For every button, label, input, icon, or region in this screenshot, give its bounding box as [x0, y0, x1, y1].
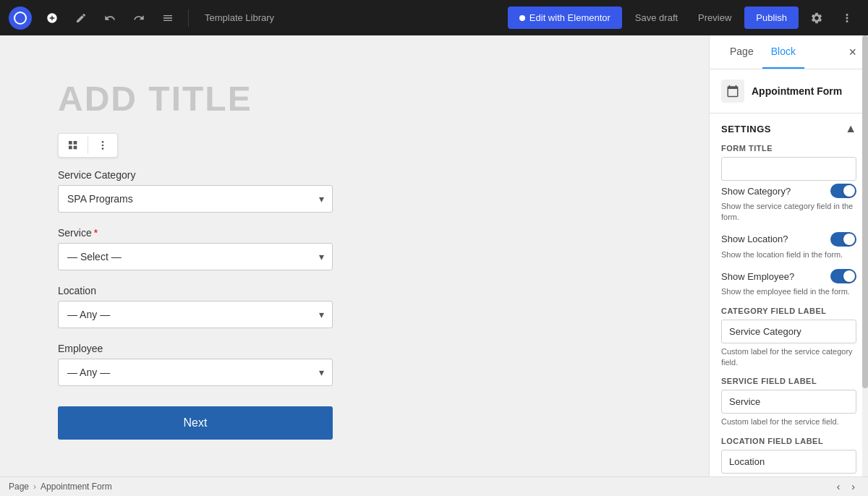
block-type-button[interactable] — [59, 134, 88, 157]
svg-point-6 — [102, 147, 104, 150]
breadcrumb-page: Page — [9, 482, 29, 492]
service-group: Service* — Select — — [58, 227, 333, 270]
service-category-label: Service Category — [58, 169, 333, 181]
service-category-select[interactable]: SPA Programs — [58, 185, 333, 213]
location-label: Location — [58, 285, 333, 296]
location-field-label-label: LOCATION FIELD LABEL — [721, 437, 856, 445]
settings-button[interactable] — [804, 7, 829, 29]
more-options-button[interactable] — [835, 7, 859, 29]
location-select-wrapper: — Any — — [58, 301, 333, 328]
appointment-form-icon — [721, 80, 744, 103]
canvas-area: ADD TITLE Service Category SPA Program — [0, 35, 709, 476]
more-tools-button[interactable] — [156, 8, 179, 28]
employee-group: Employee — Any — — [58, 343, 333, 386]
toolbar-divider-1 — [188, 9, 189, 27]
breadcrumb-block: Appointment Form — [41, 482, 112, 492]
canvas-scroll-up-button[interactable]: ‹ — [833, 479, 845, 494]
redo-button[interactable] — [127, 8, 150, 28]
show-employee-toggle-row: Show Employee? — [721, 269, 856, 283]
service-field-label-hint: Custom label for the service field. — [721, 416, 856, 427]
settings-title: Settings — [721, 124, 771, 134]
canvas-content: ADD TITLE Service Category SPA Program — [0, 35, 709, 476]
show-category-toggle[interactable] — [830, 184, 856, 198]
template-library-button[interactable]: Template Library — [197, 8, 281, 27]
show-category-hint: Show the service category field in the f… — [721, 201, 856, 223]
block-title: Appointment Form — [752, 85, 842, 97]
preview-button[interactable]: Preview — [691, 8, 739, 27]
panel-block-header: Appointment Form — [710, 69, 868, 114]
show-employee-toggle[interactable] — [830, 269, 856, 283]
breadcrumb-separator: › — [33, 482, 36, 492]
service-category-group: Service Category SPA Programs — [58, 169, 333, 213]
panel-scrollbar — [862, 35, 868, 476]
category-field-label-input[interactable] — [721, 320, 856, 343]
panel-tabs: Page Block × — [710, 35, 868, 69]
form-title-input[interactable] — [721, 157, 856, 181]
show-employee-hint: Show the employee field in the form. — [721, 286, 856, 297]
edit-elementor-button[interactable]: Edit with Elementor — [508, 7, 622, 29]
show-location-toggle-row: Show Location? — [721, 232, 856, 247]
canvas-scroll-down-button[interactable]: › — [847, 479, 859, 494]
tab-page[interactable]: Page — [721, 35, 762, 69]
svg-rect-2 — [74, 141, 77, 145]
svg-rect-3 — [74, 146, 77, 150]
edit-tool-button[interactable] — [69, 8, 93, 28]
service-field-label-label: SERVICE FIELD LABEL — [721, 377, 856, 385]
settings-header: Settings ▲ — [721, 122, 856, 135]
tab-block[interactable]: Block — [762, 35, 804, 69]
svg-rect-1 — [69, 146, 72, 150]
show-employee-label: Show Employee? — [721, 271, 794, 282]
bottom-bar-right: ‹ › — [833, 479, 859, 494]
toolbar: Template Library Edit with Elementor Sav… — [0, 0, 868, 35]
undo-button[interactable] — [98, 8, 122, 28]
location-select[interactable]: — Any — — [58, 301, 333, 328]
service-label: Service* — [58, 227, 333, 239]
show-category-toggle-row: Show Category? — [721, 184, 856, 198]
appointment-form: Service Category SPA Programs Service* —… — [58, 169, 333, 440]
svg-point-5 — [102, 145, 104, 147]
add-block-button[interactable] — [41, 8, 64, 28]
show-category-label: Show Category? — [721, 186, 791, 197]
form-title-label: FORM TITLE — [721, 144, 856, 153]
elementor-dot-icon — [519, 15, 525, 21]
service-category-select-wrapper: SPA Programs — [58, 185, 333, 213]
service-required: * — [94, 227, 98, 239]
wp-logo[interactable] — [9, 7, 32, 30]
right-panel: Page Block × Appointment Form Settings ▲… — [709, 35, 868, 476]
employee-label: Employee — [58, 343, 333, 354]
bottom-bar: Page › Appointment Form ‹ › — [0, 476, 868, 496]
location-field-label-input[interactable] — [721, 450, 856, 474]
category-field-label-hint: Custom label for the service category fi… — [721, 346, 856, 369]
toolbar-right-actions: Save draft Preview Publish — [628, 7, 859, 29]
main-area: ADD TITLE Service Category SPA Program — [0, 35, 868, 476]
wp-logo-icon — [14, 12, 27, 25]
panel-close-button[interactable]: × — [843, 42, 862, 63]
settings-collapse-button[interactable]: ▲ — [845, 122, 856, 135]
svg-point-4 — [102, 141, 104, 143]
category-field-label-label: CATEGORY FIELD LABEL — [721, 307, 856, 315]
show-location-label: Show Location? — [721, 234, 788, 244]
service-field-label-input[interactable] — [721, 390, 856, 414]
panel-scroll-thumb — [862, 35, 868, 388]
employee-select[interactable]: — Any — — [58, 359, 333, 386]
settings-section: Settings ▲ FORM TITLE Show Category? Sho… — [710, 114, 868, 476]
svg-rect-0 — [69, 141, 72, 145]
save-draft-button[interactable]: Save draft — [628, 8, 685, 27]
publish-button[interactable]: Publish — [744, 7, 799, 29]
show-location-toggle[interactable] — [830, 232, 856, 247]
block-toolbar — [58, 133, 118, 158]
next-button[interactable]: Next — [58, 406, 333, 440]
employee-select-wrapper: — Any — — [58, 359, 333, 386]
service-select-wrapper: — Select — — [58, 243, 333, 270]
show-location-hint: Show the location field in the form. — [721, 249, 856, 260]
service-select[interactable]: — Select — — [58, 243, 333, 270]
page-title: ADD TITLE — [58, 79, 665, 119]
location-group: Location — Any — — [58, 285, 333, 328]
block-options-button[interactable] — [88, 134, 117, 157]
